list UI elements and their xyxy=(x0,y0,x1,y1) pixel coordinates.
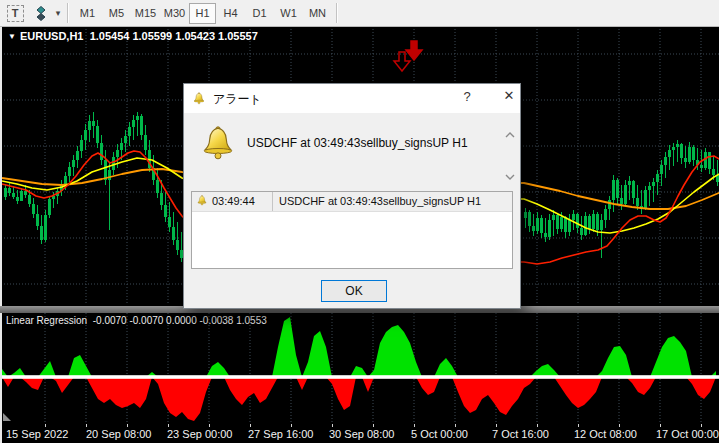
indicator-grid xyxy=(45,313,701,423)
tf-button-m5[interactable]: M5 xyxy=(102,3,131,24)
chart-ohlc-values: 1.05454 1.05599 1.05423 1.05557 xyxy=(90,30,258,42)
axis-tick xyxy=(455,424,456,427)
chart-symbol: EURUSD,H1 xyxy=(20,30,84,42)
indicators-button[interactable] xyxy=(30,3,52,23)
axis-label: 5 Oct 00:00 xyxy=(411,428,468,440)
indicator-panel[interactable]: Linear Regression -0.0070 -0.0070 0.0000… xyxy=(0,313,719,424)
indicators-icon xyxy=(33,5,50,22)
bell-icon xyxy=(192,92,206,105)
axis-label: 27 Sep 16:00 xyxy=(248,428,313,440)
alert-row-time: 03:49:44 xyxy=(212,195,255,207)
alert-row-message: USDCHF at 03:49:43sellbuy_signsUP H1 xyxy=(279,195,481,207)
bell-icon xyxy=(198,125,238,162)
axis-tick xyxy=(660,424,661,427)
oscillator-negative-area xyxy=(2,377,716,421)
axis-tick xyxy=(332,424,333,427)
toolbar-separator xyxy=(336,3,338,23)
toolbar-separator xyxy=(67,3,69,23)
resize-grip-icon[interactable] xyxy=(3,413,11,421)
chevron-down-icon[interactable]: ▾ xyxy=(53,8,63,18)
tf-button-w1[interactable]: W1 xyxy=(274,3,303,24)
axis-label: 12 Oct 08:00 xyxy=(574,428,637,440)
axis-tick xyxy=(291,424,292,427)
axis-tick xyxy=(619,424,620,427)
alert-message: USDCHF at 03:49:43sellbuy_signsUP H1 xyxy=(247,136,468,150)
mt4-window: T ▾ M1 M5 M15 M30 H1 H4 D1 W1 MN ▼EURUSD… xyxy=(0,0,719,443)
toolbar: T ▾ M1 M5 M15 M30 H1 H4 D1 W1 MN xyxy=(0,0,719,27)
axis-tick xyxy=(168,424,169,427)
axis-tick xyxy=(209,424,210,427)
bell-icon xyxy=(196,195,208,206)
tf-button-h4[interactable]: H4 xyxy=(216,3,245,24)
tf-button-m30[interactable]: M30 xyxy=(160,3,189,24)
time-axis[interactable]: 15 Sep 202220 Sep 08:0023 Sep 00:0027 Se… xyxy=(0,424,719,443)
tf-button-d1[interactable]: D1 xyxy=(245,3,274,24)
scroll-up-icon[interactable] xyxy=(504,130,516,140)
axis-label: 17 Oct 00:00 xyxy=(656,428,719,440)
alert-history-list: 03:49:44 USDCHF at 03:49:43sellbuy_signs… xyxy=(191,191,513,269)
scroll-down-icon[interactable] xyxy=(504,172,516,182)
axis-tick xyxy=(86,424,87,427)
indicator-name: Linear Regression xyxy=(6,315,87,326)
axis-tick xyxy=(127,424,128,427)
axis-label: 7 Oct 16:00 xyxy=(492,428,549,440)
indicator-values: -0.0070 -0.0070 0.0000 -0.0038 1.0553 xyxy=(93,315,267,326)
axis-tick xyxy=(373,424,374,427)
ok-button[interactable]: OK xyxy=(321,280,387,302)
axis-tick xyxy=(45,424,46,427)
tf-button-m1[interactable]: M1 xyxy=(73,3,102,24)
dialog-titlebar[interactable]: アラート ? ✕ xyxy=(184,84,520,113)
axis-tick xyxy=(578,424,579,427)
text-label-tool-button[interactable]: T xyxy=(4,3,26,23)
axis-tick xyxy=(537,424,538,427)
tf-button-mn[interactable]: MN xyxy=(303,3,332,24)
zero-line xyxy=(2,375,719,379)
axis-label: 20 Sep 08:00 xyxy=(86,428,151,440)
axis-tick xyxy=(250,424,251,427)
close-icon[interactable]: ✕ xyxy=(498,88,520,108)
sell-signal-arrow-icon xyxy=(394,52,410,71)
alert-dialog: アラート ? ✕ USDCHF at 03:49:43sellbuy_signs… xyxy=(183,83,521,309)
tf-button-m15[interactable]: M15 xyxy=(131,3,160,24)
text-tool-icon: T xyxy=(7,5,24,22)
sell-signal-arrow-icon xyxy=(406,41,422,60)
axis-label: 30 Sep 08:00 xyxy=(329,428,394,440)
axis-label: 23 Sep 00:00 xyxy=(167,428,232,440)
dialog-title: アラート xyxy=(213,91,262,108)
column-divider xyxy=(272,192,273,211)
axis-tick xyxy=(496,424,497,427)
help-button[interactable]: ? xyxy=(456,89,478,107)
oscillator-canvas xyxy=(2,313,719,424)
alert-history-row[interactable]: 03:49:44 USDCHF at 03:49:43sellbuy_signs… xyxy=(192,192,512,212)
chart-symbol-header: ▼EURUSD,H1 1.05454 1.05599 1.05423 1.055… xyxy=(8,30,258,42)
axis-tick xyxy=(414,424,415,427)
chevron-down-icon[interactable]: ▼ xyxy=(8,32,16,41)
axis-label: 15 Sep 2022 xyxy=(6,428,68,440)
axis-tick xyxy=(701,424,702,427)
indicator-header: Linear Regression -0.0070 -0.0070 0.0000… xyxy=(6,315,267,326)
oscillator-positive-area xyxy=(2,317,716,377)
tf-button-h1[interactable]: H1 xyxy=(189,3,216,24)
